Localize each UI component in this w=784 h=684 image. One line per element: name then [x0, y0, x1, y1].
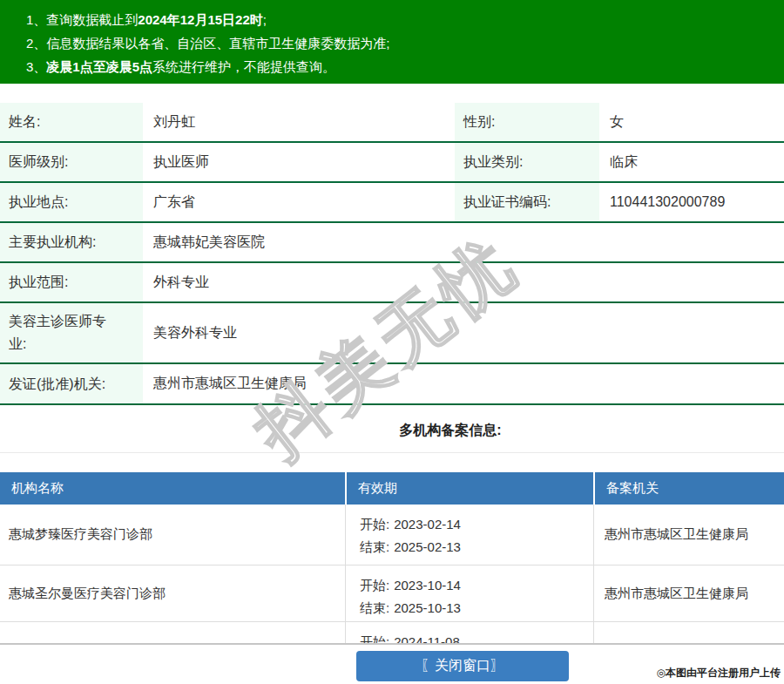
issuing-authority-label: 发证(批准)机关: — [0, 364, 143, 403]
section-divider — [0, 452, 784, 453]
table-row: 医师级别: 执业医师 执业类别: 临床 — [0, 143, 784, 183]
multi-institution-section-title: 多机构备案信息: — [58, 422, 784, 440]
start-date: 2024-11-08 — [394, 634, 460, 645]
institution-name-cell — [0, 622, 345, 645]
institution-name-cell: 惠城梦臻医疗美容门诊部 — [0, 505, 345, 565]
certificate-number-value: 110441302000789 — [599, 183, 784, 221]
table-row: 开始:2024-11-08 — [0, 622, 784, 645]
doctor-level-label: 医师级别: — [0, 143, 143, 181]
notice-1-punct: ; — [263, 12, 267, 27]
table-row: 执业地点: 广东省 执业证书编码: 110441302000789 — [0, 183, 784, 223]
end-date: 2025-10-13 — [394, 600, 461, 615]
notice-line-3: 3、凌晨1点至凌晨5点系统进行维护，不能提供查询。 — [26, 55, 775, 78]
notice-2-text: 信息数据结果以各省、自治区、直辖市卫生健康委数据为准; — [46, 36, 389, 51]
validity-start: 开始:2024-11-08 — [360, 631, 593, 645]
notice-3-text: 系统进行维护，不能提供查询。 — [152, 59, 335, 74]
table-row: 惠城圣尔曼医疗美容门诊部 开始:2023-10-14 结束:2025-10-13… — [0, 565, 784, 622]
gender-label: 性别: — [455, 103, 599, 141]
end-label: 结束: — [360, 600, 389, 615]
notice-banner: 1、查询数据截止到2024年12月15日22时; 2、信息数据结果以各省、自治区… — [0, 0, 784, 84]
end-label: 结束: — [360, 539, 389, 554]
notice-3-number: 3、 — [26, 59, 46, 74]
institution-name-header: 机构名称 — [0, 472, 345, 505]
filing-authority-cell: 惠州市惠城区卫生健康局 — [593, 565, 784, 621]
multi-institution-records-table: 机构名称 有效期 备案机关 惠城梦臻医疗美容门诊部 开始:2023-02-14 … — [0, 472, 784, 645]
doctor-info-table: 姓名: 刘丹虹 性别: 女 医师级别: 执业医师 执业类别: 临床 执业地点: … — [0, 103, 784, 405]
notice-line-1: 1、查询数据截止到2024年12月15日22时; — [26, 8, 775, 31]
start-label: 开始: — [360, 578, 389, 593]
filing-authority-cell — [593, 622, 784, 645]
validity-cell: 开始:2023-10-14 结束:2025-10-13 — [345, 565, 593, 621]
filing-authority-header: 备案机关 — [593, 472, 784, 505]
notice-1-text: 查询数据截止到 — [46, 12, 138, 27]
upload-credit-text: ◎本图由平台注册用户上传 — [657, 666, 781, 681]
practice-location-label: 执业地点: — [0, 183, 143, 221]
main-institution-value: 惠城韩妃美容医院 — [143, 223, 784, 261]
gender-value: 女 — [599, 103, 784, 141]
close-window-button[interactable]: 〖关闭窗口〗 — [356, 651, 569, 681]
validity-end: 结束:2025-10-13 — [360, 597, 593, 620]
table-row: 发证(批准)机关: 惠州市惠城区卫生健康局 — [0, 364, 784, 405]
issuing-authority-value: 惠州市惠城区卫生健康局 — [143, 364, 784, 403]
notice-line-2: 2、信息数据结果以各省、自治区、直辖市卫生健康委数据为准; — [26, 31, 775, 55]
cosmetic-specialty-value: 美容外科专业 — [143, 303, 784, 362]
validity-start: 开始:2023-02-14 — [360, 513, 593, 536]
records-header-row: 机构名称 有效期 备案机关 — [0, 472, 784, 505]
practice-category-label: 执业类别: — [455, 143, 599, 181]
validity-end: 结束:2025-02-13 — [360, 536, 593, 559]
start-label: 开始: — [360, 517, 389, 532]
start-date: 2023-10-14 — [394, 578, 461, 593]
start-label: 开始: — [360, 634, 389, 645]
start-date: 2023-02-14 — [394, 517, 461, 532]
validity-cell: 开始:2023-02-14 结束:2025-02-13 — [345, 505, 593, 565]
practice-category-value: 临床 — [599, 143, 784, 181]
notice-1-number: 1、 — [26, 12, 46, 27]
validity-header: 有效期 — [345, 472, 593, 505]
table-row: 主要执业机构: 惠城韩妃美容医院 — [0, 223, 784, 263]
validity-start: 开始:2023-10-14 — [360, 574, 593, 597]
table-row: 惠城梦臻医疗美容门诊部 开始:2023-02-14 结束:2025-02-13 … — [0, 505, 784, 565]
doctor-level-value: 执业医师 — [143, 143, 455, 181]
end-date: 2025-02-13 — [394, 539, 461, 554]
table-row: 执业范围: 外科专业 — [0, 263, 784, 303]
main-institution-label: 主要执业机构: — [0, 223, 143, 261]
notice-2-number: 2、 — [26, 36, 46, 51]
filing-authority-cell: 惠州市惠城区卫生健康局 — [593, 505, 784, 565]
practice-scope-value: 外科专业 — [143, 263, 784, 301]
notice-1-bold-date: 2024年12月15日22时 — [138, 12, 262, 27]
table-row: 美容主诊医师专业: 美容外科专业 — [0, 303, 784, 364]
practice-location-value: 广东省 — [143, 183, 455, 221]
certificate-number-label: 执业证书编码: — [455, 183, 599, 221]
institution-name-cell: 惠城圣尔曼医疗美容门诊部 — [0, 565, 345, 621]
name-label: 姓名: — [0, 103, 143, 141]
validity-cell: 开始:2024-11-08 — [345, 622, 593, 645]
practice-scope-label: 执业范围: — [0, 263, 143, 301]
table-row: 姓名: 刘丹虹 性别: 女 — [0, 103, 784, 143]
cosmetic-specialty-label: 美容主诊医师专业: — [0, 303, 143, 362]
name-value: 刘丹虹 — [143, 103, 455, 141]
notice-3-bold-time: 凌晨1点至凌晨5点 — [46, 59, 152, 74]
